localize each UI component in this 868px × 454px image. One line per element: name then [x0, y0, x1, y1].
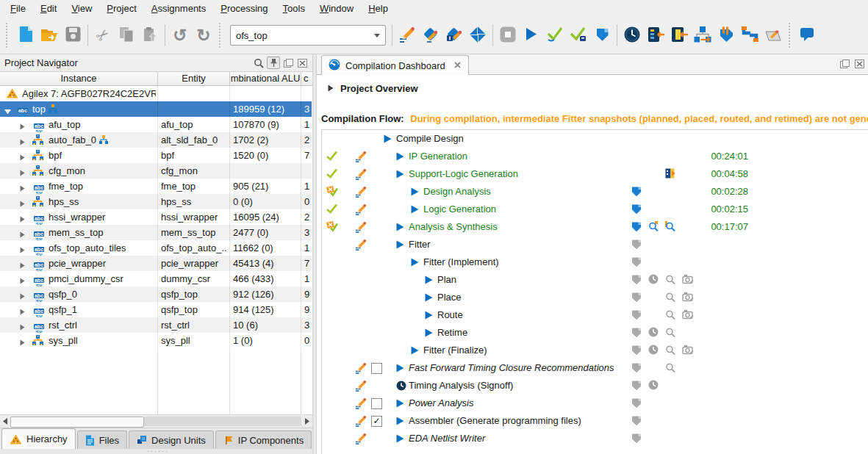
tree-row-rst-ctrl[interactable]: abcsvrst_ctrlrst_ctrl10 (6)3 [0, 317, 312, 333]
timing-report-icon[interactable] [648, 380, 659, 392]
navigator-horizontal-scrollbar[interactable] [0, 414, 312, 428]
run-step-icon[interactable] [396, 434, 404, 445]
expander-collapsed-icon[interactable] [20, 322, 27, 329]
run-step-icon[interactable] [396, 240, 404, 251]
timing-clock-icon[interactable] [396, 381, 406, 393]
edit-settings-icon[interactable] [355, 415, 367, 429]
chevron-right-icon[interactable] [328, 83, 334, 94]
close-panel-button[interactable] [296, 57, 308, 68]
run-step-icon[interactable] [396, 417, 404, 428]
rtl-viewer-icon[interactable] [648, 221, 659, 234]
timing-report-icon[interactable] [648, 345, 659, 357]
flow-step-retime[interactable]: Retime [322, 324, 868, 342]
viewer-icon-disabled[interactable] [665, 327, 675, 339]
tree-row-qsfp-0[interactable]: abcsvqsfp_0qsfp_top912 (126)9 [0, 287, 312, 302]
flow-step-label[interactable]: IP Generation [409, 148, 467, 165]
tab-ip-components[interactable]: IP Components [215, 430, 312, 449]
snapshot-viewer-icon[interactable] [682, 345, 693, 357]
export-results-icon-disabled[interactable] [631, 239, 642, 252]
expander-collapsed-icon[interactable] [20, 137, 27, 144]
run-step-icon[interactable] [425, 293, 433, 304]
routing-tool-button[interactable] [738, 21, 761, 49]
flow-step-label[interactable]: Fitter (Finalize) [423, 342, 487, 359]
edit-settings-icon[interactable] [355, 221, 367, 235]
flow-step-support-logic-generation[interactable]: Support-Logic Generation00:04:58 [322, 165, 868, 183]
copy-button[interactable] [115, 21, 138, 49]
netlist-editor-button[interactable] [761, 21, 785, 49]
flow-step-fitter-implement[interactable]: Fitter (Implement) [322, 253, 868, 271]
flow-step-label[interactable]: Plan [437, 271, 456, 289]
run-step-icon[interactable] [425, 275, 433, 287]
start-io-analysis-button[interactable] [590, 21, 614, 49]
run-step-icon[interactable] [384, 134, 392, 145]
edit-settings-icon[interactable] [355, 168, 367, 182]
export-results-icon-disabled[interactable] [631, 292, 642, 305]
run-step-icon[interactable] [411, 205, 419, 216]
flow-step-label[interactable]: Power Analysis [409, 394, 473, 412]
flow-step-timing-analysis-signoff[interactable]: Timing Analysis (Signoff) [322, 377, 868, 394]
menu-project[interactable]: Project [99, 1, 143, 16]
edit-settings-icon[interactable] [355, 203, 367, 217]
flow-step-label[interactable]: Timing Analysis (Signoff) [409, 377, 513, 394]
tree-row-top[interactable]: abcsvtop189959 (12)3 [0, 101, 312, 117]
settings-editor-info-button[interactable] [442, 21, 466, 49]
export-results-icon-disabled[interactable] [631, 415, 642, 428]
expander-collapsed-icon[interactable] [20, 183, 27, 190]
snapshot-viewer-icon[interactable] [682, 309, 693, 322]
toolbar-grip[interactable] [6, 23, 10, 48]
timing-analyzer-button[interactable] [620, 21, 644, 49]
flow-step-route[interactable]: Route [322, 306, 868, 324]
flow-step-assembler-generate-programming-files[interactable]: ✓Assembler (Generate programming files) [322, 412, 868, 430]
export-results-icon[interactable] [631, 221, 642, 234]
viewer-icon-disabled[interactable] [665, 345, 675, 357]
expander-collapsed-icon[interactable] [20, 260, 27, 267]
flow-step-label[interactable]: Retime [437, 324, 467, 342]
start-analysis-netlist-button[interactable] [567, 21, 590, 49]
edit-settings-icon[interactable] [355, 362, 367, 376]
flow-step-analysis-synthesis[interactable]: Analysis & Synthesis00:17:07 [322, 218, 868, 236]
technology-map-viewer-icon[interactable] [665, 221, 675, 234]
expander-collapsed-icon[interactable] [20, 121, 27, 129]
flow-step-label[interactable]: Support-Logic Generation [409, 165, 518, 183]
tab-compilation-dashboard[interactable]: Compilation Dashboard [321, 55, 469, 75]
edit-settings-icon[interactable] [355, 433, 367, 447]
tree-row-agilex-7-agfb027r24c2e2vr2[interactable]: Agilex 7: AGFB027R24C2E2VR2 [0, 86, 312, 101]
scrollbar-track[interactable] [144, 417, 301, 426]
flow-step-label[interactable]: Fitter [409, 236, 431, 253]
expander-collapsed-icon[interactable] [20, 291, 27, 298]
close-icon[interactable] [453, 60, 462, 71]
tree-row-cfg-mon[interactable]: cfg_moncfg_mon [0, 163, 312, 179]
tree-row-afu-top[interactable]: abcsvafu_topafu_top107870 (9)1 [0, 117, 312, 132]
toolbar-grip[interactable] [789, 23, 793, 48]
menu-processing[interactable]: Processing [213, 1, 275, 16]
expander-collapsed-icon[interactable] [20, 337, 27, 345]
expander-collapsed-icon[interactable] [20, 245, 27, 252]
menu-view[interactable]: View [64, 1, 99, 16]
edit-settings-icon[interactable] [355, 239, 367, 253]
run-step-icon[interactable] [396, 152, 404, 163]
step-checkbox-unchecked[interactable] [371, 398, 382, 409]
tab-hierarchy[interactable]: Hierarchy [1, 428, 76, 449]
step-checkbox-checked[interactable]: ✓ [371, 416, 382, 427]
tree-row-hps-ss[interactable]: hps_sshps_ss0 (0)0 [0, 194, 312, 209]
tree-row-bpf[interactable]: bpfbpf1520 (0)7 [0, 148, 312, 163]
paste-button[interactable] [138, 21, 162, 49]
run-step-icon[interactable] [425, 311, 433, 322]
flow-step-logic-generation[interactable]: Logic Generation00:02:15 [322, 201, 868, 218]
column-header-entity[interactable]: Entity [158, 72, 230, 85]
edit-settings-icon[interactable] [355, 380, 367, 394]
tree-row-pcie-wrapper[interactable]: abcsvpcie_wrapperpcie_wrapper45413 (4)7 [0, 256, 312, 271]
scrollbar-thumb[interactable] [10, 417, 144, 428]
save-project-button[interactable] [61, 21, 85, 49]
run-step-icon[interactable] [396, 223, 404, 234]
expander-collapsed-icon[interactable] [20, 167, 27, 175]
new-file-button[interactable] [14, 21, 37, 49]
start-compilation-button[interactable] [520, 21, 543, 49]
flow-step-eda-netlist-writer[interactable]: EDA Netlist Writer [322, 430, 868, 447]
export-results-icon-disabled[interactable] [631, 362, 642, 375]
tree-row-mem-ss-top[interactable]: abcsvmem_ss_topmem_ss_top2477 (0)3 [0, 225, 312, 240]
project-select-combobox[interactable]: ofs_top [230, 25, 386, 46]
export-results-icon-disabled[interactable] [631, 256, 642, 270]
flow-step-fast-forward-timing-closure-recommendations[interactable]: Fast Forward Timing Closure Recommendati… [322, 359, 868, 377]
flow-step-place[interactable]: Place [322, 289, 868, 306]
